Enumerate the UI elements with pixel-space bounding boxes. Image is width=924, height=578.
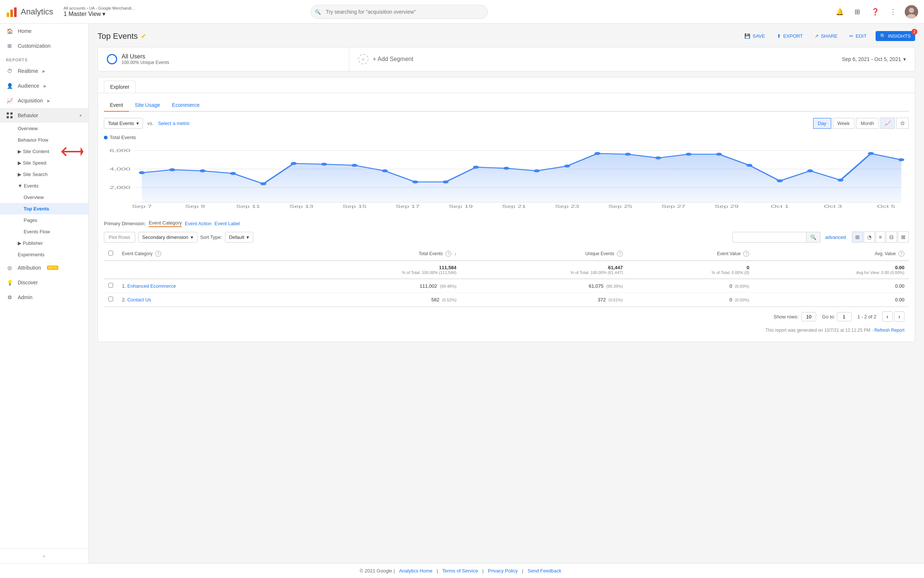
- dim-event-category[interactable]: Event Category: [149, 220, 182, 227]
- sort-type-select[interactable]: Default ▾: [225, 232, 253, 243]
- metric-dropdown-icon: ▾: [136, 120, 139, 126]
- sub-tab-ecommerce[interactable]: Ecommerce: [166, 99, 206, 112]
- svg-text:Oct 3: Oct 3: [824, 205, 842, 209]
- footer-terms-link[interactable]: Terms of Service: [442, 568, 478, 573]
- sidebar-item-pages[interactable]: Pages: [0, 214, 88, 226]
- bar-view-btn[interactable]: ≡: [875, 232, 885, 243]
- footer-privacy-link[interactable]: Privacy Policy: [488, 568, 518, 573]
- sidebar-item-admin[interactable]: ⚙ Admin: [0, 290, 88, 305]
- dim-event-label[interactable]: Event Label: [214, 221, 240, 226]
- edit-button[interactable]: ✏ EDIT: [846, 31, 870, 41]
- sidebar-item-publisher[interactable]: ▶ Publisher: [0, 237, 88, 249]
- share-button[interactable]: ↗ SHARE: [812, 31, 840, 41]
- search-input[interactable]: [311, 5, 488, 19]
- sidebar-item-attribution[interactable]: ◎ Attribution BETA: [0, 260, 88, 275]
- more-vert-icon[interactable]: ⋮: [887, 6, 899, 18]
- time-btn-month[interactable]: Month: [856, 118, 879, 129]
- svg-text:Sep 29: Sep 29: [714, 205, 738, 209]
- sidebar-item-events-overview[interactable]: Overview: [0, 192, 88, 203]
- dim-event-action[interactable]: Event Action: [185, 221, 211, 226]
- sidebar-item-behavior-flow[interactable]: Behavior Flow: [0, 134, 88, 146]
- sidebar-item-customization[interactable]: ⊞ Customization: [0, 39, 88, 53]
- time-btn-week[interactable]: Week: [833, 118, 854, 129]
- data-table: Event Category ? Total Events ? ↓ Unique…: [104, 247, 909, 307]
- row2-checkbox-input[interactable]: [108, 297, 113, 301]
- next-page-btn[interactable]: ›: [894, 312, 905, 322]
- footer-feedback-link[interactable]: Send Feedback: [528, 568, 562, 573]
- total-label-cell: [118, 261, 288, 279]
- sidebar-item-site-search[interactable]: ▶ Site Search: [0, 169, 88, 180]
- info-icon-total-events[interactable]: ?: [445, 251, 451, 257]
- sidebar-item-overview[interactable]: Overview: [0, 123, 88, 134]
- sidebar-item-behavior[interactable]: Behavior ▼: [0, 108, 88, 123]
- bell-icon[interactable]: 🔔: [834, 6, 846, 18]
- refresh-report-link[interactable]: Refresh Report: [874, 328, 905, 333]
- insights-button[interactable]: 🔍 INSIGHTS 2: [875, 31, 915, 41]
- metric-select[interactable]: Total Events ▾: [104, 118, 143, 129]
- prev-page-btn[interactable]: ‹: [882, 312, 893, 322]
- row1-link[interactable]: Enhanced Ecommerce: [127, 283, 176, 289]
- table-search-input[interactable]: [733, 232, 806, 243]
- segment-add-button[interactable]: + + Add Segment: [349, 48, 600, 70]
- row1-checkbox-input[interactable]: [108, 283, 113, 288]
- sidebar-item-events-flow[interactable]: Events Flow: [0, 226, 88, 237]
- sidebar-item-site-speed[interactable]: ▶ Site Speed: [0, 157, 88, 169]
- sidebar-item-realtime[interactable]: ⏱ Realtime ▶: [0, 63, 88, 78]
- row2-checkbox[interactable]: [104, 293, 118, 307]
- sub-tab-event[interactable]: Event: [104, 99, 129, 112]
- sidebar-item-audience[interactable]: 👤 Audience ▶: [0, 78, 88, 93]
- svg-point-34: [655, 156, 661, 159]
- select-metric-link[interactable]: Select a metric: [158, 120, 189, 126]
- info-icon-event-value[interactable]: ?: [743, 251, 749, 257]
- sub-tab-site-usage[interactable]: Site Usage: [129, 99, 166, 112]
- sidebar-collapse-button[interactable]: ‹: [0, 549, 88, 563]
- pivot-view-btn[interactable]: ⊟: [886, 232, 897, 243]
- footer-analytics-home-link[interactable]: Analytics Home: [399, 568, 432, 573]
- save-button[interactable]: 💾 SAVE: [741, 31, 768, 41]
- account-name[interactable]: 1 Master View ▾: [63, 10, 135, 17]
- sidebar-item-acquisition[interactable]: 📈 Acquisition ▶: [0, 93, 88, 108]
- logo: Analytics: [6, 6, 53, 18]
- total-checkbox-cell: [104, 261, 118, 279]
- sidebar-item-home[interactable]: 🏠 Home: [0, 24, 88, 39]
- sidebar-item-discover[interactable]: 💡 Discover: [0, 275, 88, 290]
- line-chart-btn[interactable]: 📈: [880, 118, 895, 129]
- time-btn-day[interactable]: Day: [813, 118, 831, 129]
- pie-view-btn[interactable]: ◔: [864, 232, 875, 243]
- scatter-chart-btn[interactable]: ⊙: [896, 118, 909, 129]
- info-icon-unique-events[interactable]: ?: [617, 251, 623, 257]
- segment-name: All Users: [121, 53, 169, 60]
- avatar[interactable]: [905, 5, 918, 18]
- show-rows-input[interactable]: [801, 312, 816, 321]
- account-selector[interactable]: All accounts › UA - Google Merchandi... …: [63, 6, 135, 17]
- date-range[interactable]: Sep 6, 2021 - Oct 5, 2021 ▾: [833, 50, 915, 68]
- row2-link[interactable]: Contact Us: [127, 297, 151, 302]
- goto-input[interactable]: [837, 312, 851, 321]
- info-icon-event-cat[interactable]: ?: [155, 251, 161, 257]
- row1-checkbox[interactable]: [104, 279, 118, 293]
- segment-item-all-users[interactable]: All Users 100.00% Unique Events: [98, 47, 349, 71]
- secondary-dim-select[interactable]: Secondary dimension ▾: [138, 232, 197, 243]
- grid-icon[interactable]: ⊞: [851, 6, 863, 18]
- table-view-btn[interactable]: ⊞: [852, 232, 863, 243]
- svg-text:Sep 13: Sep 13: [290, 205, 314, 209]
- comparison-view-btn[interactable]: ⊠: [898, 232, 909, 243]
- info-icon-avg-value[interactable]: ?: [898, 251, 905, 257]
- export-button[interactable]: ⬆ EXPORT: [774, 31, 806, 41]
- show-rows: Show rows:: [774, 312, 816, 321]
- search-bar[interactable]: 🔍: [311, 5, 488, 19]
- sidebar-item-site-content[interactable]: ▶ Site Content: [0, 146, 88, 157]
- plot-rows-button[interactable]: Plot Rows: [104, 232, 135, 243]
- th-event-value: Event Value ?: [627, 247, 754, 261]
- explorer-tab[interactable]: Explorer: [104, 81, 136, 93]
- sidebar-item-top-events[interactable]: Top Events: [0, 203, 88, 214]
- table-search[interactable]: 🔍: [733, 232, 820, 243]
- sidebar-item-events[interactable]: ▼ Events: [0, 180, 88, 192]
- table-footer: Show rows: Go to: 1 - 2 of 2 ‹ ›: [104, 307, 909, 326]
- select-all-checkbox[interactable]: [108, 251, 113, 255]
- table-search-button[interactable]: 🔍: [806, 232, 820, 243]
- th-total-events: Total Events ? ↓: [288, 247, 461, 261]
- advanced-link[interactable]: advanced: [825, 234, 846, 240]
- help-icon[interactable]: ❓: [869, 6, 881, 18]
- sidebar-item-experiments[interactable]: Experiments: [0, 249, 88, 260]
